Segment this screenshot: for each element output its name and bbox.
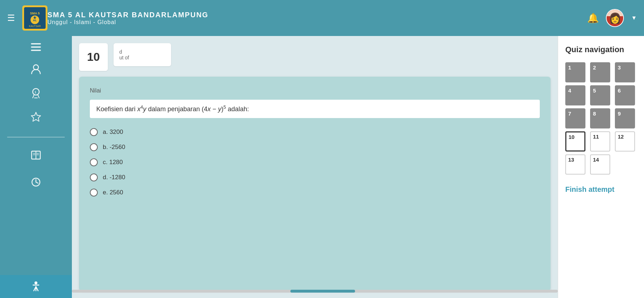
question-info-line1: d — [119, 49, 165, 55]
radio-e[interactable] — [90, 189, 98, 197]
sidebar-item-menu[interactable] — [31, 43, 41, 53]
radio-c[interactable] — [90, 158, 98, 166]
question-info-card: d ut of — [114, 43, 171, 66]
content-area: 10 d ut of Nilai Koefisien dari x4y dala… — [72, 36, 644, 298]
svg-rect-7 — [31, 43, 41, 45]
sidebar-item-clock[interactable] — [31, 177, 41, 190]
option-a-label: a. 3200 — [103, 128, 123, 136]
svg-rect-8 — [31, 46, 41, 48]
scrollbar-thumb[interactable] — [290, 290, 355, 293]
sidebar-item-accessibility[interactable] — [0, 275, 72, 298]
nav-btn-4[interactable]: 4 — [565, 85, 585, 105]
option-e[interactable]: e. 2560 — [90, 189, 540, 197]
scrollbar-track[interactable] — [72, 290, 558, 293]
nav-btn-3[interactable]: 3 — [615, 62, 635, 82]
nav-btn-12[interactable]: 12 — [615, 131, 635, 152]
nav-btn-8[interactable]: 8 — [590, 108, 610, 128]
nav-btn-5[interactable]: 5 — [590, 85, 610, 105]
main-layout: 1 10 d ut of — [0, 36, 644, 298]
avatar-image: 👩 — [607, 10, 623, 26]
quiz-navigation-panel: Quiz navigation 1 2 3 4 5 6 7 8 9 10 11 … — [558, 36, 644, 298]
question-panel: 10 d ut of Nilai Koefisien dari x4y dala… — [72, 36, 558, 298]
question-card: Nilai Koefisien dari x4y dalam penjabara… — [79, 77, 551, 291]
option-d-label: d. -1280 — [103, 174, 125, 181]
finish-attempt-button[interactable]: Finish attempt — [565, 185, 637, 194]
svg-text:AL: AL — [33, 19, 37, 22]
option-a[interactable]: a. 3200 — [90, 128, 540, 136]
svg-marker-13 — [31, 112, 41, 121]
sidebar: 1 — [0, 36, 72, 298]
scrollbar-area[interactable] — [72, 289, 558, 294]
avatar[interactable]: 👩 — [606, 9, 624, 27]
nav-btn-11[interactable]: 11 — [590, 131, 610, 152]
school-logo: SMA 5 AL KAUTSAR — [22, 5, 47, 31]
svg-point-23 — [34, 281, 37, 284]
bell-icon[interactable]: 🔔 — [587, 13, 599, 24]
sidebar-divider — [7, 137, 65, 137]
dropdown-arrow-icon[interactable]: ▼ — [631, 15, 637, 21]
radio-b[interactable] — [90, 143, 98, 151]
school-name: SMA 5 AL KAUTSAR BANDARLAMPUNG — [47, 11, 208, 19]
nav-btn-13[interactable]: 13 — [565, 154, 585, 175]
svg-line-22 — [36, 182, 38, 183]
svg-text:SMA 5: SMA 5 — [30, 12, 40, 15]
option-e-label: e. 2560 — [103, 189, 123, 196]
nav-btn-10[interactable]: 10 — [565, 131, 585, 152]
nav-btn-2[interactable]: 2 — [590, 62, 610, 82]
option-c-label: c. 1280 — [103, 159, 123, 166]
sidebar-item-star[interactable] — [31, 112, 41, 124]
option-b[interactable]: b. -2560 — [90, 143, 540, 151]
question-info-line2: ut of — [119, 55, 165, 60]
radio-a[interactable] — [90, 128, 98, 136]
quiz-navigation-title: Quiz navigation — [565, 45, 637, 55]
question-text: Koefisien dari x4y dalam penjabaran (4x … — [90, 100, 540, 118]
nav-btn-9[interactable]: 9 — [615, 108, 635, 128]
header: ☰ SMA 5 AL KAUTSAR SMA 5 AL KAUTSAR BAND… — [0, 0, 644, 36]
nav-btn-6[interactable]: 6 — [615, 85, 635, 105]
svg-rect-9 — [31, 50, 41, 51]
options-list: a. 3200 b. -2560 c. 1280 d. -1280 — [90, 128, 540, 197]
school-tagline: Unggul - Islami - Global — [47, 19, 208, 26]
option-c[interactable]: c. 1280 — [90, 158, 540, 166]
nav-btn-14[interactable]: 14 — [590, 154, 610, 175]
hamburger-menu-icon[interactable]: ☰ — [7, 13, 15, 23]
question-number: 10 — [87, 50, 100, 63]
svg-text:1: 1 — [34, 90, 36, 94]
svg-text:KAUTSAR: KAUTSAR — [29, 25, 41, 27]
sidebar-item-book[interactable] — [31, 150, 41, 163]
option-d[interactable]: d. -1280 — [90, 173, 540, 181]
nav-btn-1[interactable]: 1 — [565, 62, 585, 82]
school-title-block: SMA 5 AL KAUTSAR BANDARLAMPUNG Unggul - … — [47, 11, 208, 26]
sidebar-item-user[interactable] — [31, 64, 41, 77]
question-number-card: 10 — [79, 43, 108, 71]
radio-d[interactable] — [90, 173, 98, 181]
quiz-navigation-grid: 1 2 3 4 5 6 7 8 9 10 11 12 13 14 — [565, 62, 637, 175]
question-label: Nilai — [90, 87, 540, 94]
header-right: 🔔 👩 ▼ — [587, 9, 637, 27]
nav-btn-7[interactable]: 7 — [565, 108, 585, 128]
option-b-label: b. -2560 — [103, 144, 125, 151]
sidebar-item-award[interactable]: 1 — [31, 87, 41, 101]
